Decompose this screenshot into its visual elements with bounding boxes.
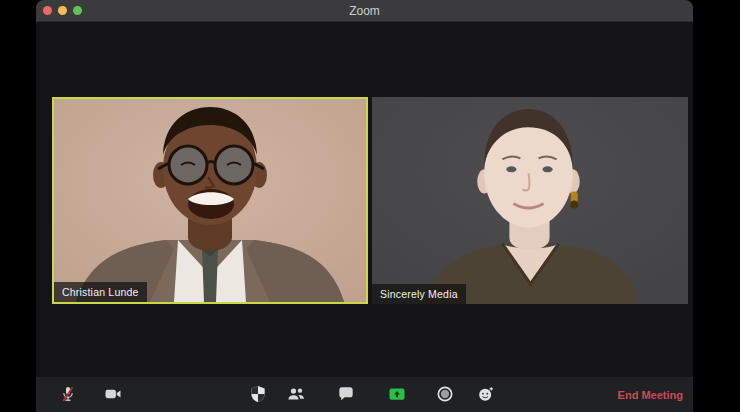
record-icon (435, 384, 455, 404)
video-tile-sincerely-media[interactable]: Sincerely Media (372, 97, 688, 304)
share-screen-icon (387, 384, 407, 404)
reactions-icon (476, 384, 496, 404)
participant-video-feed (54, 99, 366, 302)
record-button[interactable] (431, 380, 459, 408)
video-camera-icon (103, 384, 123, 404)
share-screen-button[interactable] (383, 380, 411, 408)
zoom-meeting-window: Zoom (36, 0, 693, 412)
chat-bubble-icon (336, 384, 356, 404)
video-button[interactable] (99, 380, 127, 408)
mute-button[interactable] (54, 380, 82, 408)
participants-icon (286, 384, 306, 404)
security-button[interactable] (244, 380, 272, 408)
participant-name-label: Sincerely Media (372, 284, 466, 304)
close-button-icon[interactable] (43, 6, 52, 15)
fullscreen-button-icon[interactable] (73, 6, 82, 15)
video-grid: Christian Lunde (52, 97, 688, 304)
meeting-toolbar: End Meeting (36, 377, 693, 412)
reactions-button[interactable] (472, 380, 500, 408)
video-tile-christian-lunde[interactable]: Christian Lunde (52, 97, 368, 304)
minimize-button-icon[interactable] (58, 6, 67, 15)
participant-name-label: Christian Lunde (54, 282, 147, 302)
microphone-muted-icon (58, 384, 78, 404)
participant-video-feed (372, 97, 688, 304)
end-meeting-button[interactable]: End Meeting (618, 377, 683, 412)
shield-icon (248, 384, 268, 404)
participants-button[interactable] (282, 380, 310, 408)
window-titlebar: Zoom (36, 0, 693, 22)
traffic-lights (43, 6, 82, 15)
window-title: Zoom (36, 4, 693, 18)
chat-button[interactable] (332, 380, 360, 408)
